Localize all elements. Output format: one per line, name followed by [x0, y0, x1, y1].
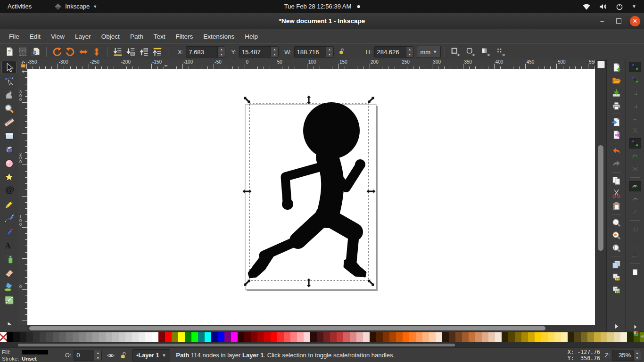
palette-swatch[interactable] [343, 332, 350, 342]
flip-horizontal-button[interactable] [77, 46, 90, 58]
tool-pen[interactable] [1, 211, 17, 224]
cmd-document-new[interactable] [610, 62, 622, 73]
layer-selector[interactable]: •Layer 1 ▼ [132, 349, 170, 362]
palette-swatch[interactable] [257, 332, 264, 342]
palette-swatch[interactable] [310, 332, 317, 342]
snap-text-baseline-toggle[interactable]: A [629, 249, 641, 260]
cmd-export[interactable] [610, 129, 622, 140]
palette-swatch[interactable] [337, 332, 343, 342]
snap-bbox-edges-toggle[interactable] [629, 87, 641, 98]
menu-edit[interactable]: Edit [25, 31, 46, 42]
palette-swatch[interactable] [277, 332, 284, 342]
snap-path-intersections-toggle[interactable] [629, 164, 641, 174]
palette-swatch[interactable] [66, 332, 73, 342]
snap-paths-toggle[interactable] [629, 151, 641, 161]
palette-swatch[interactable] [409, 332, 416, 342]
palette-swatch[interactable] [541, 332, 548, 342]
cmd-cut[interactable] [610, 188, 622, 199]
palette-swatch[interactable] [13, 332, 20, 342]
palette-swatch[interactable] [185, 332, 191, 342]
menu-extensions[interactable]: Extensions [198, 31, 239, 42]
tool-calligraphy[interactable] [1, 225, 17, 238]
lower-button[interactable] [124, 46, 138, 58]
palette-swatch[interactable] [396, 332, 403, 342]
snap-master-toggle[interactable] [629, 62, 641, 72]
palette-swatch[interactable] [112, 332, 119, 342]
transform-gradient-toggle[interactable] [479, 46, 492, 58]
maximize-button[interactable] [613, 16, 624, 26]
palette-swatch[interactable] [416, 332, 422, 342]
zoom-input[interactable] [612, 350, 633, 361]
select-all-button[interactable] [3, 46, 16, 58]
spin-arrows[interactable]: ▲▼ [94, 350, 102, 361]
cmd-document-print[interactable] [610, 100, 622, 111]
tool-text[interactable]: A [1, 239, 17, 252]
h-input[interactable] [374, 46, 406, 58]
palette-swatch[interactable] [469, 332, 475, 342]
palette-swatch[interactable] [356, 332, 363, 342]
palette-swatch[interactable] [59, 332, 66, 342]
clock[interactable]: Tue Feb 28 12:56:39 AM [284, 3, 360, 10]
palette-swatch[interactable] [554, 332, 561, 342]
palette-swatch[interactable] [119, 332, 125, 342]
palette-swatch[interactable] [284, 332, 290, 342]
palette-swatch[interactable] [125, 332, 132, 342]
palette-swatch[interactable] [106, 332, 112, 342]
snap-nodes-toggle[interactable] [629, 138, 641, 148]
palette-swatch[interactable] [297, 332, 304, 342]
palette-swatch[interactable] [455, 332, 462, 342]
palette-swatch[interactable] [33, 332, 40, 342]
palette-swatch[interactable] [73, 332, 79, 342]
cmd-copy[interactable] [610, 175, 622, 186]
palette-swatch[interactable] [548, 332, 554, 342]
menu-object[interactable]: Object [96, 31, 125, 42]
cmd-zoom-drawing[interactable] [610, 230, 622, 241]
close-button[interactable]: ✕ [630, 16, 640, 26]
palette-swatch[interactable] [495, 332, 502, 342]
snap-more-button[interactable] [629, 321, 641, 332]
cmd-document-open[interactable] [610, 74, 622, 86]
palette-swatch-none[interactable] [0, 332, 7, 342]
palette-swatch[interactable] [383, 332, 389, 342]
palette-config-icon[interactable] [634, 331, 638, 336]
palette-swatch[interactable] [198, 332, 205, 342]
vertical-scrollbar[interactable] [595, 69, 606, 331]
palette-swatch[interactable] [178, 332, 185, 342]
palette-swatch[interactable] [191, 332, 198, 342]
tool-spiral[interactable] [1, 184, 17, 197]
palette-swatch[interactable] [429, 332, 436, 342]
menu-view[interactable]: View [46, 31, 70, 42]
opacity-input[interactable] [74, 350, 94, 361]
tool-pencil[interactable] [1, 197, 17, 211]
spin-arrows[interactable]: ▲▼ [406, 46, 414, 58]
palette-swatch[interactable] [482, 332, 488, 342]
horizontal-ruler[interactable]: -350-300-250-200-150-100-500501001502002… [19, 59, 595, 69]
palette-swatch[interactable] [528, 332, 535, 342]
palette-swatch[interactable] [290, 332, 297, 342]
tool-eraser[interactable] [1, 266, 17, 279]
menu-filters[interactable]: Filters [170, 31, 198, 42]
palette-swatch[interactable] [330, 332, 337, 342]
app-menu[interactable]: Inkscape ▼ [54, 0, 97, 13]
snap-bbox-centers-toggle[interactable] [629, 125, 641, 136]
palette-swatch[interactable] [594, 332, 601, 342]
palette-swatch[interactable] [139, 332, 145, 342]
w-input[interactable] [294, 46, 326, 58]
vertical-ruler[interactable]: 01 0 02 0 03 0 0 [18, 69, 28, 325]
palette-swatch[interactable] [462, 332, 469, 342]
palette-swatch[interactable] [574, 332, 581, 342]
palette-swatch[interactable] [132, 332, 139, 342]
palette-swatch[interactable] [86, 332, 92, 342]
canvas[interactable] [27, 69, 595, 325]
vertical-scrollbar-thumb[interactable] [598, 145, 603, 251]
palette-swatch[interactable] [172, 332, 178, 342]
palette-swatch[interactable] [363, 332, 370, 342]
transform-corners-toggle[interactable] [464, 46, 477, 58]
palette-swatch[interactable] [158, 332, 165, 342]
palette-swatch[interactable] [475, 332, 482, 342]
snap-object-centers-toggle[interactable] [629, 224, 641, 234]
tool-ellipse[interactable] [1, 156, 17, 170]
palette-swatch[interactable] [535, 332, 541, 342]
snap-rotation-centers-toggle[interactable] [629, 237, 641, 247]
palette-swatch[interactable] [244, 332, 251, 342]
